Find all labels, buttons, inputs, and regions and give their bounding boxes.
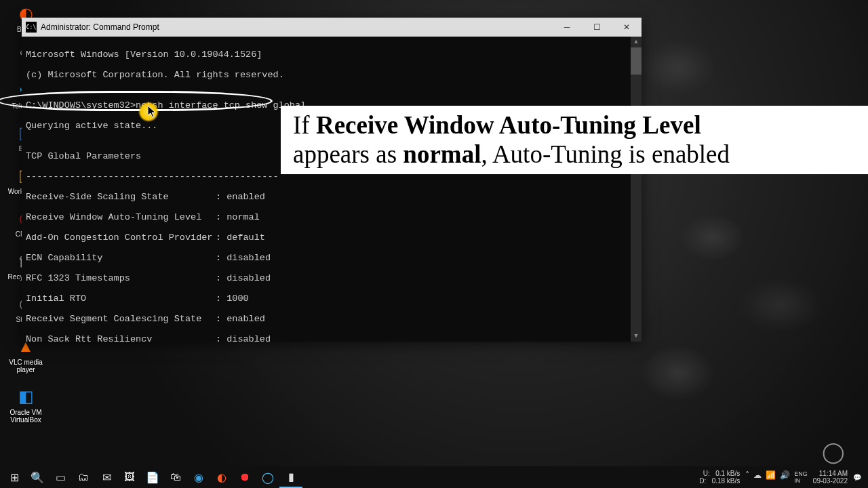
volume-icon[interactable]: 🔊 (780, 470, 790, 484)
circle-app-button[interactable]: ◯ (256, 466, 279, 488)
onedrive-icon[interactable]: ☁ (753, 470, 762, 484)
desktop-icon-label: Oracle VM VirtualBox (7, 409, 45, 424)
param-row: Add-On Congestion Control Provider: defa… (26, 232, 637, 243)
caption-bold: Receive Window Auto-Tuning Level (316, 111, 701, 139)
search-button[interactable]: 🔍 (26, 466, 49, 488)
caption-overlay: If Receive Window Auto-Tuning Level appe… (281, 106, 868, 174)
clock-time: 11:14 AM (819, 470, 848, 477)
param-row: Initial RTO: 1000 (26, 293, 637, 304)
photos-button[interactable]: 🖼 (118, 466, 141, 488)
notifications-button[interactable]: 💬 (853, 474, 861, 481)
desktop-icon-virtualbox[interactable]: ◧ Oracle VM VirtualBox (7, 386, 45, 424)
virtualbox-icon: ◧ (15, 386, 37, 407)
brave-taskbar-button[interactable]: ◐ (210, 466, 233, 488)
scroll-thumb[interactable] (631, 47, 642, 75)
edge-button[interactable]: ◉ (187, 466, 210, 488)
caption-text: appears as (293, 140, 403, 168)
minimize-button[interactable]: ─ (552, 18, 582, 37)
tray-chevron-icon[interactable]: ˄ (745, 470, 749, 484)
scroll-down-button[interactable]: ▼ (631, 331, 642, 342)
taskbar: ⊞ 🔍 ▭ 🗂 ✉ 🖼 📄 🛍 ◉ ◐ ⏺ ◯ ▮ U: 0.1 kB/s D:… (0, 466, 868, 488)
command-prompt-window: C:\ Administrator: Command Prompt ─ ☐ ✕ … (22, 18, 642, 342)
store-button[interactable]: 🛍 (164, 466, 187, 488)
mail-button[interactable]: ✉ (95, 466, 118, 488)
record-button[interactable]: ⏺ (233, 466, 256, 488)
caption-text: , Auto-Tuning is enabled (481, 140, 730, 168)
language-indicator[interactable]: ENGIN (794, 470, 808, 484)
file-explorer-button[interactable]: 🗂 (72, 466, 95, 488)
mouse-cursor-icon (148, 106, 156, 118)
wifi-icon[interactable]: 📶 (766, 470, 776, 484)
close-button[interactable]: ✕ (612, 18, 642, 37)
param-row: Receive-Side Scaling State: enabled (26, 192, 637, 202)
cmd-icon: C:\ (26, 22, 37, 33)
desktop-icon-label: VLC media player (7, 359, 45, 373)
taskview-button[interactable]: ▭ (49, 466, 72, 488)
maximize-button[interactable]: ☐ (582, 18, 612, 37)
param-row: Non Sack Rtt Resiliency: disabled (26, 334, 637, 342)
caption-bold: normal (403, 140, 481, 168)
param-row-auto-tuning: Receive Window Auto-Tuning Level: normal (26, 212, 637, 222)
param-row: Receive Segment Coalescing State: enable… (26, 314, 637, 324)
banner-line: Microsoft Windows [Version 10.0.19044.15… (26, 49, 637, 60)
clock[interactable]: 11:14 AM 09-03-2022 (813, 470, 848, 485)
terminal-output[interactable]: Microsoft Windows [Version 10.0.19044.15… (22, 37, 642, 342)
gesture-indicator-icon: ◯ (822, 440, 845, 464)
scroll-up-button[interactable]: ▲ (631, 37, 642, 47)
window-title: Administrator: Command Prompt (41, 22, 159, 32)
start-button[interactable]: ⊞ (3, 466, 26, 488)
notes-button[interactable]: 📄 (141, 466, 164, 488)
system-tray: U: 0.1 kB/s D: 0.18 kB/s ˄ ☁ 📶 🔊 ENGIN 1… (699, 470, 865, 485)
param-row: RFC 1323 Timestamps: disabled (26, 273, 637, 283)
cmd-taskbar-button[interactable]: ▮ (279, 466, 302, 488)
caption-text: If (293, 111, 316, 139)
window-titlebar[interactable]: C:\ Administrator: Command Prompt ─ ☐ ✕ (22, 18, 642, 37)
banner-line: (c) Microsoft Corporation. All rights re… (26, 70, 637, 80)
param-row: ECN Capability: disabled (26, 253, 637, 263)
scrollbar[interactable]: ▲ ▼ (631, 37, 642, 342)
netspeed-indicator: U: 0.1 kB/s D: 0.18 kB/s (699, 470, 740, 485)
clock-date: 09-03-2022 (813, 478, 848, 485)
